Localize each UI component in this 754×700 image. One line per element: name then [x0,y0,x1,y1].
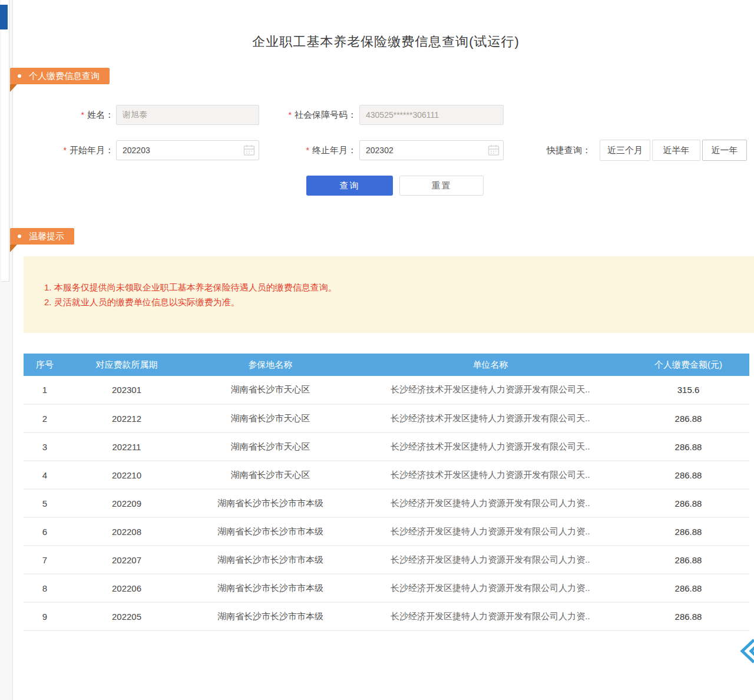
cell-amount: 286.88 [627,404,749,432]
cell-period: 202208 [66,517,187,546]
tip-line: 1. 本服务仅提供尚未领取企业职工基本养老保险待遇人员的缴费信息查询。 [44,280,742,295]
bullet-dot-icon [18,74,21,78]
cell-location: 湖南省长沙市天心区 [187,404,353,432]
payment-records-table: 序号 对应费款所属期 参保地名称 单位名称 个人缴费金额(元) 1 202301… [24,354,749,631]
required-asterisk: * [289,110,292,120]
badge-fold-decoration [10,245,17,252]
start-month-label: *开始年月： [35,140,114,160]
quick-option-3-months[interactable]: 近三个月 [600,140,650,161]
cell-period: 202210 [66,461,187,489]
ssn-label: *社会保障号码： [253,105,356,125]
table-row: 9 202205 湖南省长沙市长沙市市本级 长沙经济开发区捷特人力资源开发有限公… [24,602,749,630]
quick-option-one-year[interactable]: 近一年 [702,140,747,161]
chevron-double-left-icon[interactable] [738,638,754,665]
cell-amount: 286.88 [627,546,749,574]
calendar-icon [488,144,500,156]
table-row: 1 202301 湖南省长沙市天心区 长沙经济技术开发区捷特人力资源开发有限公司… [24,376,749,404]
end-month-input[interactable] [359,140,504,160]
cell-company: 长沙经济技术开发区捷特人力资源开发有限公司天.. [353,376,627,404]
cell-location: 湖南省长沙市长沙市市本级 [187,489,353,517]
query-button[interactable]: 查询 [306,176,393,196]
pension-query-page: { "page": { "title": "企业职工基本养老保险缴费信息查询(试… [0,0,754,700]
cell-amount: 286.88 [627,489,749,517]
table-body: 1 202301 湖南省长沙市天心区 长沙经济技术开发区捷特人力资源开发有限公司… [24,376,749,630]
cell-location: 湖南省长沙市天心区 [187,376,353,404]
cell-company: 长沙经济技术开发区捷特人力资源开发有限公司天.. [353,432,627,461]
end-month-label: *终止年月： [253,140,356,160]
col-header-amount: 个人缴费金额(元) [627,354,749,376]
cell-index: 3 [24,432,66,461]
cell-company: 长沙经济开发区捷特人力资源开发有限公司人力资.. [353,546,627,574]
section-badge-personal-query: 个人缴费信息查询 [10,68,110,84]
section-badge-label: 个人缴费信息查询 [29,71,100,82]
reset-button[interactable]: 重置 [399,176,484,196]
table-row: 8 202206 湖南省长沙市长沙市市本级 长沙经济开发区捷特人力资源开发有限公… [24,574,749,602]
col-header-index: 序号 [24,354,66,376]
cell-location: 湖南省长沙市长沙市市本级 [187,546,353,574]
cell-period: 202301 [66,376,187,404]
table-row: 7 202207 湖南省长沙市长沙市市本级 长沙经济开发区捷特人力资源开发有限公… [24,546,749,574]
section-badge-label: 温馨提示 [29,231,64,242]
cell-company: 长沙经济技术开发区捷特人力资源开发有限公司天.. [353,461,627,489]
cell-company: 长沙经济开发区捷特人力资源开发有限公司人力资.. [353,517,627,546]
cell-index: 8 [24,574,66,602]
cell-amount: 286.88 [627,461,749,489]
required-asterisk: * [64,146,67,155]
cell-period: 202207 [66,546,187,574]
start-month-input[interactable] [116,140,259,160]
cell-company: 长沙经济技术开发区捷特人力资源开发有限公司天.. [353,404,627,432]
end-month-picker[interactable] [359,140,504,160]
cell-index: 2 [24,404,66,432]
quick-query-label: 快捷查询： [547,140,591,161]
cell-location: 湖南省长沙市长沙市市本级 [187,517,353,546]
cell-company: 长沙经济开发区捷特人力资源开发有限公司人力资.. [353,489,627,517]
cell-amount: 286.88 [627,432,749,461]
page-title: 企业职工基本养老保险缴费信息查询(试运行) [18,33,754,51]
table-row: 3 202211 湖南省长沙市天心区 长沙经济技术开发区捷特人力资源开发有限公司… [24,432,749,461]
cell-index: 9 [24,602,66,630]
cell-index: 1 [24,376,66,404]
required-asterisk: * [81,110,84,120]
collapsed-side-panel [1,0,9,282]
cell-period: 202209 [66,489,187,517]
cell-amount: 286.88 [627,574,749,602]
cell-period: 202206 [66,574,187,602]
cell-period: 202205 [66,602,187,630]
quick-option-half-year[interactable]: 近半年 [652,140,700,161]
cell-index: 5 [24,489,66,517]
table-header-row: 序号 对应费款所属期 参保地名称 单位名称 个人缴费金额(元) [24,354,749,376]
cell-location: 湖南省长沙市长沙市市本级 [187,602,353,630]
cell-amount: 286.88 [627,517,749,546]
table-row: 5 202209 湖南省长沙市长沙市市本级 长沙经济开发区捷特人力资源开发有限公… [24,489,749,517]
name-field [116,105,259,125]
cell-location: 湖南省长沙市长沙市市本级 [187,574,353,602]
start-month-picker[interactable] [116,140,259,160]
cell-period: 202212 [66,404,187,432]
table-row: 6 202208 湖南省长沙市长沙市市本级 长沙经济开发区捷特人力资源开发有限公… [24,517,749,546]
required-asterisk: * [306,146,309,155]
tips-notice-box: 1. 本服务仅提供尚未领取企业职工基本养老保险待遇人员的缴费信息查询。 2. 灵… [24,256,754,333]
col-header-location: 参保地名称 [187,354,353,376]
table-row: 4 202210 湖南省长沙市天心区 长沙经济技术开发区捷特人力资源开发有限公司… [24,461,749,489]
bullet-dot-icon [18,235,21,238]
badge-fold-decoration [10,84,17,92]
cell-period: 202211 [66,432,187,461]
cell-location: 湖南省长沙市天心区 [187,461,353,489]
cell-amount: 315.6 [627,376,749,404]
cell-index: 7 [24,546,66,574]
section-badge-tips: 温馨提示 [10,228,74,245]
ssn-field [359,105,504,125]
cell-index: 4 [24,461,66,489]
cell-amount: 286.88 [627,602,749,630]
name-label: *姓名： [35,105,114,125]
cell-company: 长沙经济开发区捷特人力资源开发有限公司人力资.. [353,574,627,602]
col-header-company: 单位名称 [353,354,627,376]
table-row: 2 202212 湖南省长沙市天心区 长沙经济技术开发区捷特人力资源开发有限公司… [24,404,749,432]
side-panel-blue-marker [0,5,8,29]
col-header-period: 对应费款所属期 [66,354,187,376]
cell-company: 长沙经济开发区捷特人力资源开发有限公司人力资.. [353,602,627,630]
cell-index: 6 [24,517,66,546]
cell-location: 湖南省长沙市天心区 [187,432,353,461]
tip-line: 2. 灵活就业人员的缴费单位信息以实际缴费为准。 [44,295,742,309]
